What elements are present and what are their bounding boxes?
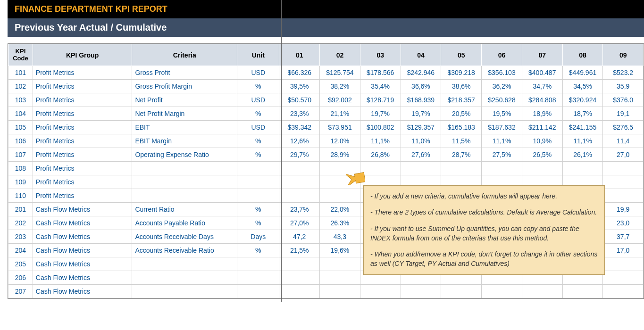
cell-kpi-group[interactable]: Profit Metrics bbox=[33, 93, 132, 107]
cell-value[interactable]: 35,9 bbox=[603, 80, 644, 93]
cell-unit[interactable] bbox=[237, 162, 279, 175]
cell-value[interactable]: 21,5% bbox=[279, 244, 320, 257]
cell-value[interactable]: 43,3 bbox=[320, 230, 360, 244]
cell-value[interactable]: 23,3% bbox=[279, 107, 320, 121]
cell-value[interactable]: 19,9 bbox=[603, 203, 644, 216]
cell-value[interactable] bbox=[360, 285, 401, 298]
cell-value[interactable]: 26,3% bbox=[320, 216, 360, 230]
cell-kpi-code[interactable]: 109 bbox=[8, 175, 33, 189]
cell-value[interactable]: 29,7% bbox=[279, 148, 320, 162]
cell-unit[interactable] bbox=[237, 271, 279, 285]
cell-value[interactable]: 22,0% bbox=[320, 203, 360, 216]
cell-value[interactable]: $356.103 bbox=[482, 66, 522, 80]
cell-value[interactable]: 11,1% bbox=[360, 134, 401, 148]
cell-value[interactable]: $165.183 bbox=[441, 121, 482, 134]
cell-value[interactable]: 21,1% bbox=[320, 107, 360, 121]
col-header-criteria[interactable]: Criteria bbox=[132, 44, 237, 66]
cell-value[interactable] bbox=[320, 285, 360, 298]
cell-value[interactable]: $129.357 bbox=[401, 121, 441, 134]
cell-value[interactable]: $242.946 bbox=[401, 66, 441, 80]
cell-kpi-group[interactable]: Profit Metrics bbox=[33, 189, 132, 203]
cell-value[interactable] bbox=[522, 285, 562, 298]
cell-value[interactable] bbox=[320, 189, 360, 203]
cell-value[interactable] bbox=[279, 189, 320, 203]
cell-value[interactable] bbox=[320, 271, 360, 285]
cell-value[interactable]: 27,0% bbox=[279, 216, 320, 230]
cell-kpi-code[interactable]: 108 bbox=[8, 162, 33, 175]
cell-value[interactable]: $320.924 bbox=[562, 93, 603, 107]
cell-value[interactable]: $50.570 bbox=[279, 93, 320, 107]
cell-value[interactable]: 10,9% bbox=[522, 134, 562, 148]
cell-criteria[interactable] bbox=[132, 175, 237, 189]
cell-unit[interactable]: % bbox=[237, 216, 279, 230]
col-header-month-02[interactable]: 02 bbox=[320, 44, 360, 66]
cell-kpi-group[interactable]: Cash Flow Metrics bbox=[33, 216, 132, 230]
cell-value[interactable] bbox=[320, 257, 360, 271]
cell-kpi-code[interactable]: 202 bbox=[8, 216, 33, 230]
cell-value[interactable]: $187.632 bbox=[482, 121, 522, 134]
cell-unit[interactable]: % bbox=[237, 203, 279, 216]
cell-value[interactable] bbox=[401, 162, 441, 175]
cell-criteria[interactable] bbox=[132, 257, 237, 271]
cell-value[interactable] bbox=[279, 175, 320, 189]
cell-kpi-group[interactable]: Cash Flow Metrics bbox=[33, 203, 132, 216]
cell-value[interactable] bbox=[279, 257, 320, 271]
cell-value[interactable]: $178.566 bbox=[360, 66, 401, 80]
cell-unit[interactable] bbox=[237, 175, 279, 189]
cell-value[interactable] bbox=[603, 257, 644, 271]
cell-kpi-group[interactable]: Profit Metrics bbox=[33, 80, 132, 93]
col-header-month-06[interactable]: 06 bbox=[482, 44, 522, 66]
cell-criteria[interactable]: Net Profit Margin bbox=[132, 107, 237, 121]
cell-criteria[interactable]: Gross Profit bbox=[132, 66, 237, 80]
cell-value[interactable]: $168.939 bbox=[401, 93, 441, 107]
col-header-month-07[interactable]: 07 bbox=[522, 44, 562, 66]
cell-value[interactable]: 19,5% bbox=[482, 107, 522, 121]
cell-value[interactable] bbox=[279, 162, 320, 175]
cell-value[interactable]: 18,9% bbox=[522, 107, 562, 121]
cell-value[interactable]: $309.218 bbox=[441, 66, 482, 80]
cell-kpi-code[interactable]: 205 bbox=[8, 257, 33, 271]
cell-value[interactable]: $241.155 bbox=[562, 121, 603, 134]
cell-value[interactable]: 23,7% bbox=[279, 203, 320, 216]
cell-value[interactable]: 20,5% bbox=[441, 107, 482, 121]
cell-kpi-code[interactable]: 203 bbox=[8, 230, 33, 244]
cell-unit[interactable]: % bbox=[237, 107, 279, 121]
cell-value[interactable]: 27,0 bbox=[603, 148, 644, 162]
cell-value[interactable] bbox=[522, 162, 562, 175]
cell-value[interactable] bbox=[279, 271, 320, 285]
cell-value[interactable]: 19,7% bbox=[360, 107, 401, 121]
cell-kpi-code[interactable]: 101 bbox=[8, 66, 33, 80]
cell-criteria[interactable]: Accounts Receivable Days bbox=[132, 230, 237, 244]
cell-kpi-code[interactable]: 107 bbox=[8, 148, 33, 162]
cell-kpi-code[interactable]: 110 bbox=[8, 189, 33, 203]
cell-criteria[interactable]: Current Ratio bbox=[132, 203, 237, 216]
cell-kpi-code[interactable]: 207 bbox=[8, 285, 33, 298]
cell-unit[interactable]: % bbox=[237, 134, 279, 148]
cell-value[interactable]: 26,5% bbox=[522, 148, 562, 162]
cell-value[interactable]: $211.142 bbox=[522, 121, 562, 134]
col-header-month-05[interactable]: 05 bbox=[441, 44, 482, 66]
cell-value[interactable] bbox=[603, 175, 644, 189]
cell-value[interactable]: 27,6% bbox=[401, 148, 441, 162]
cell-value[interactable]: $449.961 bbox=[562, 66, 603, 80]
cell-value[interactable] bbox=[441, 162, 482, 175]
cell-criteria[interactable] bbox=[132, 189, 237, 203]
cell-value[interactable]: 26,8% bbox=[360, 148, 401, 162]
cell-criteria[interactable] bbox=[132, 271, 237, 285]
cell-kpi-group[interactable]: Profit Metrics bbox=[33, 66, 132, 80]
col-header-month-08[interactable]: 08 bbox=[562, 44, 603, 66]
cell-kpi-group[interactable]: Cash Flow Metrics bbox=[33, 230, 132, 244]
cell-value[interactable]: $39.342 bbox=[279, 121, 320, 134]
cell-kpi-group[interactable]: Cash Flow Metrics bbox=[33, 285, 132, 298]
cell-value[interactable]: $100.802 bbox=[360, 121, 401, 134]
cell-kpi-group[interactable]: Profit Metrics bbox=[33, 148, 132, 162]
cell-value[interactable]: 26,1% bbox=[562, 148, 603, 162]
cell-value[interactable]: 36,6% bbox=[401, 80, 441, 93]
cell-value[interactable]: $128.719 bbox=[360, 93, 401, 107]
cell-value[interactable]: 35,4% bbox=[360, 80, 401, 93]
cell-criteria[interactable]: Net Profit bbox=[132, 93, 237, 107]
cell-criteria[interactable]: Gross Profit Margin bbox=[132, 80, 237, 93]
cell-value[interactable]: $73.951 bbox=[320, 121, 360, 134]
cell-value[interactable]: 39,5% bbox=[279, 80, 320, 93]
cell-unit[interactable] bbox=[237, 189, 279, 203]
